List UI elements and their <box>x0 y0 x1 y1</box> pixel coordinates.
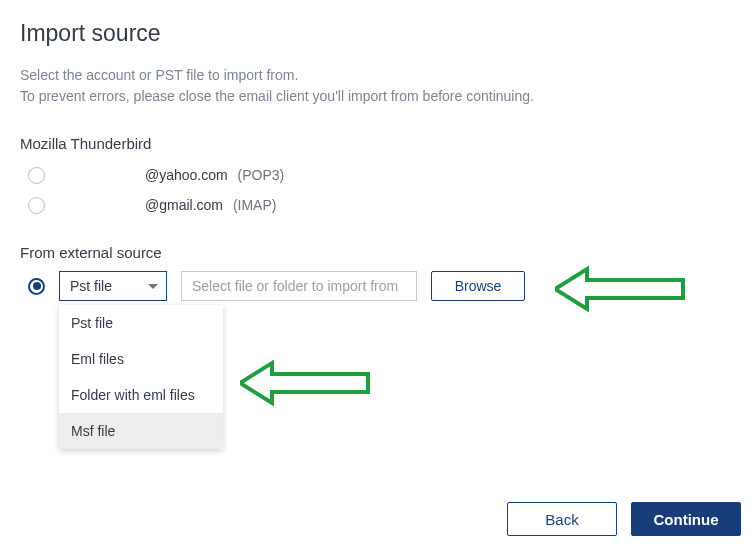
account-label: @gmail.com (IMAP) <box>145 197 276 213</box>
account-label: @yahoo.com (POP3) <box>145 167 284 183</box>
dropdown-option-eml[interactable]: Eml files <box>59 341 223 377</box>
continue-button[interactable]: Continue <box>631 502 741 536</box>
page-title: Import source <box>20 20 735 47</box>
dropdown-selected: Pst file <box>70 278 112 294</box>
account-row[interactable]: @yahoo.com (POP3) <box>28 162 735 188</box>
path-input[interactable] <box>181 271 417 301</box>
external-section-label: From external source <box>20 244 735 261</box>
file-type-dropdown-menu: Pst file Eml files Folder with eml files… <box>59 305 223 449</box>
account-row[interactable]: @gmail.com (IMAP) <box>28 192 735 218</box>
account-protocol: (POP3) <box>238 167 285 183</box>
dropdown-option-msf[interactable]: Msf file <box>59 413 223 449</box>
radio-icon[interactable] <box>28 197 45 214</box>
client-section-label: Mozilla Thunderbird <box>20 135 735 152</box>
account-protocol: (IMAP) <box>233 197 277 213</box>
radio-icon[interactable] <box>28 167 45 184</box>
instructions-line-1: Select the account or PST file to import… <box>20 65 735 86</box>
chevron-down-icon <box>148 284 158 289</box>
footer-buttons: Back Continue <box>507 502 741 536</box>
file-type-dropdown[interactable]: Pst file <box>59 271 167 301</box>
back-button[interactable]: Back <box>507 502 617 536</box>
account-email: @yahoo.com <box>145 167 228 183</box>
dropdown-option-pst[interactable]: Pst file <box>59 305 223 341</box>
arrow-left-icon <box>240 357 380 409</box>
browse-button[interactable]: Browse <box>431 271 525 301</box>
radio-external[interactable] <box>28 278 45 295</box>
instructions: Select the account or PST file to import… <box>20 65 735 107</box>
instructions-line-2: To prevent errors, please close the emai… <box>20 86 735 107</box>
dropdown-option-folder-eml[interactable]: Folder with eml files <box>59 377 223 413</box>
account-email: @gmail.com <box>145 197 223 213</box>
